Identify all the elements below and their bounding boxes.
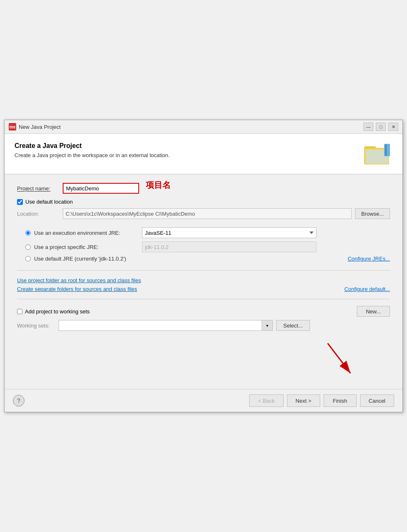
layout-option1-row: Use project folder as root for sources a… <box>17 277 390 283</box>
bottom-left: ? <box>13 395 25 406</box>
jre-env-radio[interactable] <box>25 230 31 236</box>
title-bar: me New Java Project — □ ✕ <box>5 120 402 134</box>
layout-option2-row: Create separate folders for sources and … <box>17 286 390 292</box>
app-icon: me <box>9 123 16 131</box>
jre-env-select[interactable]: JavaSE-11 <box>142 227 316 238</box>
jre-env-label: Use an execution environment JRE: <box>34 230 142 236</box>
jre-specific-label: Use a project specific JRE: <box>34 244 142 250</box>
red-arrow <box>315 339 365 381</box>
title-bar-controls: — □ ✕ <box>363 123 398 131</box>
working-sets-checkbox-row: Add project to working sets New... <box>17 306 390 317</box>
working-sets-checkbox-label: Add project to working sets <box>25 308 90 315</box>
browse-button[interactable]: Browse... <box>355 208 390 219</box>
location-row: Location: Browse... <box>17 208 390 219</box>
layout-configure-link[interactable]: Configure default... <box>344 286 390 292</box>
maximize-button[interactable]: □ <box>376 123 386 131</box>
project-name-input[interactable] <box>63 183 139 194</box>
location-input[interactable] <box>63 208 352 219</box>
bottom-bar: ? < Back Next > Finish Cancel <box>5 389 402 412</box>
jre-specific-radio[interactable] <box>25 244 31 250</box>
svg-rect-5 <box>385 145 387 155</box>
divider-1 <box>17 270 390 271</box>
layout-section: Use project folder as root for sources a… <box>17 277 390 292</box>
working-sets-select-button[interactable]: Select... <box>276 320 310 331</box>
project-name-wrapper: 项目名 <box>63 183 390 194</box>
window-title: New Java Project <box>19 124 61 130</box>
working-sets-new-button[interactable]: New... <box>357 306 390 317</box>
dialog-content: Project name: 项目名 Use default location L… <box>5 175 402 389</box>
working-sets-dropdown-button[interactable]: ▾ <box>262 320 273 331</box>
close-button[interactable]: ✕ <box>388 123 398 131</box>
configure-jres-link[interactable]: Configure JREs... <box>348 256 390 262</box>
help-button[interactable]: ? <box>13 395 25 406</box>
minimize-button[interactable]: — <box>363 123 373 131</box>
jre-default-label-text: Use default JRE (currently 'jdk-11.0.2') <box>34 256 126 262</box>
working-sets-section: Add project to working sets New... Worki… <box>17 306 390 331</box>
bottom-right: < Back Next > Finish Cancel <box>249 394 394 407</box>
working-sets-checkbox[interactable] <box>17 309 22 314</box>
location-label: Location: <box>17 211 63 217</box>
dialog-header: Create a Java Project Create a Java proj… <box>5 134 402 175</box>
next-button[interactable]: Next > <box>287 394 320 407</box>
jre-env-row: Use an execution environment JRE: JavaSE… <box>25 227 390 238</box>
cancel-button[interactable]: Cancel <box>360 394 394 407</box>
working-sets-input[interactable] <box>59 320 262 331</box>
dialog-subtitle: Create a Java project in the workspace o… <box>15 152 170 158</box>
jre-default-radio[interactable] <box>25 256 31 261</box>
finish-button[interactable]: Finish <box>324 394 357 407</box>
layout-option2-link[interactable]: Create separate folders for sources and … <box>17 286 137 292</box>
jre-specific-row: Use a project specific JRE: jdk-11.0.2 <box>25 241 390 252</box>
jre-default-row: Use default JRE (currently 'jdk-11.0.2')… <box>25 256 390 262</box>
new-java-project-dialog: me New Java Project — □ ✕ Create a Java … <box>4 120 403 412</box>
arrow-area <box>17 339 390 381</box>
use-default-location-label: Use default location <box>25 199 73 205</box>
use-default-location-row: Use default location <box>17 199 390 205</box>
jre-specific-select: jdk-11.0.2 <box>142 241 316 252</box>
working-sets-label: Working sets: <box>17 323 59 329</box>
back-button[interactable]: < Back <box>249 394 283 407</box>
use-default-location-checkbox[interactable] <box>17 199 23 205</box>
project-name-row: Project name: 项目名 <box>17 183 390 194</box>
jre-section: Use an execution environment JRE: JavaSE… <box>17 227 390 262</box>
divider-2 <box>17 299 390 299</box>
layout-option1-link[interactable]: Use project folder as root for sources a… <box>17 277 141 283</box>
dialog-title: Create a Java Project <box>15 142 170 150</box>
title-bar-left: me New Java Project <box>9 123 61 131</box>
folder-icon <box>363 142 392 167</box>
project-name-label: Project name: <box>17 185 63 192</box>
working-sets-input-row: Working sets: ▾ Select... <box>17 320 390 331</box>
svg-line-7 <box>328 343 351 373</box>
annotation-text: 项目名 <box>146 180 171 191</box>
